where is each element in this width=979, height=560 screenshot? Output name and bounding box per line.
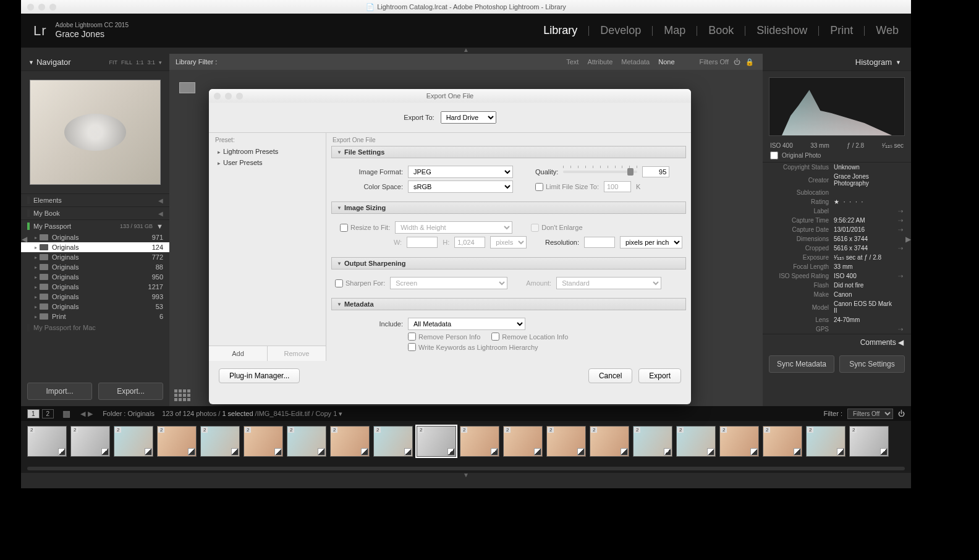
filmstrip-thumb[interactable]: 2 — [719, 426, 759, 457]
page-1[interactable]: 1 — [27, 409, 40, 418]
navigator-preview[interactable] — [30, 80, 161, 185]
sync-metadata-button[interactable]: Sync Metadata — [769, 355, 834, 373]
resolution-units-select[interactable]: pixels per inch — [620, 236, 682, 248]
filmstrip-thumb[interactable]: 2 — [417, 426, 456, 457]
nav-fit[interactable]: FIT — [109, 59, 117, 66]
section-metadata[interactable]: Metadata — [331, 298, 686, 310]
folder-row[interactable]: ▸Originals993 — [21, 292, 169, 302]
module-develop[interactable]: Develop — [600, 24, 641, 37]
nav-1to1[interactable]: 1:1 — [136, 59, 144, 66]
section-image-sizing[interactable]: Image Sizing — [331, 202, 686, 214]
filmstrip-thumb[interactable]: 2 — [287, 426, 326, 457]
plugin-manager-button[interactable]: Plug-in Manager... — [219, 368, 300, 383]
grid-cell[interactable] — [179, 82, 195, 93]
module-print[interactable]: Print — [830, 24, 853, 37]
histogram-header[interactable]: Histogram▼ — [763, 54, 911, 71]
preset-add-button[interactable]: Add — [209, 346, 268, 361]
filter-switch-icon[interactable]: ⏻ — [734, 58, 740, 66]
filmstrip-thumb[interactable]: 2 — [460, 426, 499, 457]
resize-checkbox[interactable]: Resize to Fit: — [340, 224, 390, 232]
panel-collapse-bottom[interactable]: ▼ — [21, 473, 911, 479]
comments-header[interactable]: Comments ◀ — [763, 334, 911, 350]
limit-filesize-input[interactable] — [604, 181, 631, 192]
folder-row[interactable]: ▸Originals971 — [21, 232, 169, 242]
filmstrip-thumb[interactable]: 2 — [27, 426, 67, 457]
resolution-input[interactable] — [584, 237, 615, 248]
original-photo-checkbox[interactable]: Original Photo — [763, 149, 911, 163]
left-panel-collapse[interactable]: ◀ — [22, 235, 27, 244]
folder-row[interactable]: ▸Originals53 — [21, 302, 169, 312]
traffic-lights[interactable] — [27, 4, 56, 11]
folder-row[interactable]: ▸Originals124 — [21, 242, 169, 252]
chevron-down-icon[interactable]: ▾ — [339, 410, 342, 417]
quality-slider[interactable] — [563, 171, 637, 173]
sharpen-checkbox[interactable]: Sharpen For: — [335, 279, 385, 287]
volume-elements[interactable]: Elements◀ — [21, 194, 169, 206]
module-book[interactable]: Book — [708, 24, 734, 37]
filmstrip-thumb[interactable]: 2 — [330, 426, 370, 457]
image-format-select[interactable]: JPEG — [408, 166, 513, 178]
quality-input[interactable] — [642, 166, 669, 177]
navigator-header[interactable]: ▼Navigator FIT FILL 1:1 3:1 ▾ — [21, 54, 169, 71]
export-button[interactable]: Export... — [98, 383, 163, 400]
preset-user[interactable]: User Presets — [209, 157, 326, 168]
filmstrip-thumb[interactable]: 2 — [244, 426, 283, 457]
width-input[interactable] — [407, 237, 438, 248]
filter-switch-icon[interactable]: ⏻ — [898, 410, 905, 417]
filmstrip-thumb[interactable]: 2 — [114, 426, 153, 457]
folder-row[interactable]: ▸Originals950 — [21, 272, 169, 282]
height-input[interactable] — [454, 237, 485, 248]
write-keywords-checkbox[interactable]: Write Keywords as Lightroom Hierarchy — [408, 343, 538, 351]
folder-row[interactable]: ▸Originals88 — [21, 262, 169, 272]
nav-fill[interactable]: FILL — [121, 59, 132, 66]
grid-view-icon[interactable] — [174, 389, 190, 401]
filmstrip-thumb[interactable]: 2 — [763, 426, 802, 457]
page-2[interactable]: 2 — [42, 409, 54, 418]
filmstrip-thumb[interactable]: 2 — [70, 426, 110, 457]
import-button[interactable]: Import... — [27, 383, 92, 400]
histogram-chart[interactable] — [769, 77, 905, 136]
filter-text[interactable]: Text — [566, 58, 578, 66]
grid-icon[interactable]: ▦ — [62, 409, 70, 418]
sharpen-amount-select[interactable]: Standard — [556, 277, 661, 289]
metadata-include-select[interactable]: All Metadata — [408, 318, 525, 330]
module-slideshow[interactable]: Slideshow — [756, 24, 807, 37]
resize-mode-select[interactable]: Width & Height — [395, 221, 512, 234]
dont-enlarge-checkbox[interactable]: Don't Enlarge — [531, 224, 582, 232]
filter-attribute[interactable]: Attribute — [587, 58, 612, 66]
module-map[interactable]: Map — [664, 24, 685, 37]
sync-settings-button[interactable]: Sync Settings — [839, 355, 905, 373]
folder-row[interactable]: ▸Print6 — [21, 312, 169, 321]
nav-3to1[interactable]: 3:1 — [147, 59, 155, 66]
volume-truncated[interactable]: My Passport for Mac — [21, 321, 169, 334]
folder-row[interactable]: ▸Originals772 — [21, 252, 169, 262]
folder-row[interactable]: ▸Originals1217 — [21, 282, 169, 292]
filmstrip-thumb[interactable]: 2 — [590, 426, 629, 457]
size-units-select[interactable]: pixels — [490, 236, 527, 248]
chevron-down-icon[interactable]: ▾ — [159, 59, 162, 66]
filmstrip-filter-select[interactable]: Filters Off — [847, 409, 893, 419]
filmstrip-thumb[interactable]: 2 — [633, 426, 672, 457]
module-web[interactable]: Web — [876, 24, 899, 37]
section-file-settings[interactable]: File Settings — [331, 146, 686, 158]
right-panel-collapse[interactable]: ▶ — [905, 235, 911, 244]
preset-remove-button[interactable]: Remove — [268, 346, 326, 361]
filmstrip-thumb[interactable]: 2 — [373, 426, 413, 457]
limit-filesize-checkbox[interactable]: Limit File Size To: — [535, 183, 599, 191]
section-sharpening[interactable]: Output Sharpening — [331, 257, 686, 269]
sharpen-for-select[interactable]: Screen — [390, 277, 507, 289]
filters-off-toggle[interactable]: Filters Off — [700, 58, 729, 66]
nav-forward-icon[interactable]: ▶ — [88, 410, 93, 417]
filmstrip-thumb[interactable]: 2 — [806, 426, 846, 457]
volume-mypassport[interactable]: My Passport133 / 931 GB▼ — [21, 220, 169, 232]
filmstrip-thumb[interactable]: 2 — [157, 426, 197, 457]
filmstrip-thumb[interactable]: 2 — [503, 426, 543, 457]
module-library[interactable]: Library — [543, 24, 577, 37]
lock-icon[interactable]: 🔒 — [745, 58, 754, 66]
filmstrip-thumb[interactable]: 2 — [849, 426, 889, 457]
preset-lightroom[interactable]: Lightroom Presets — [209, 146, 326, 157]
dialog-titlebar[interactable]: Export One File — [209, 89, 691, 103]
filmstrip-thumb[interactable]: 2 — [546, 426, 586, 457]
filmstrip-thumb[interactable]: 2 — [200, 426, 240, 457]
export-confirm-button[interactable]: Export — [638, 368, 681, 383]
